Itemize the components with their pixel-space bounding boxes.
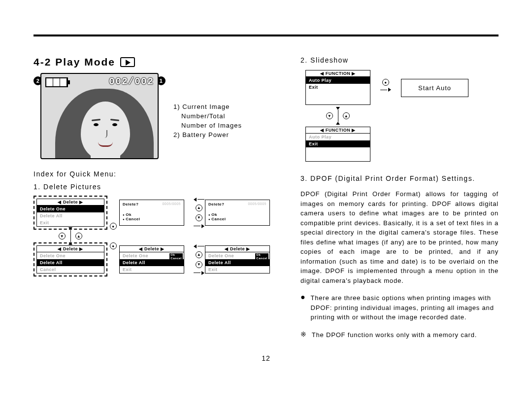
battery-icon xyxy=(45,77,68,87)
lcd-screenshot: 002/002 xyxy=(40,73,159,159)
confirm-q: Delete? xyxy=(208,202,224,206)
menu-title: ◀ Delete ▶ xyxy=(37,199,104,206)
confirm-cancel: Cancel xyxy=(208,217,266,221)
menu-delete-one-selected: ◀ Delete ▶ Delete One Delete All Exit xyxy=(33,196,107,230)
page-number: 12 xyxy=(33,354,499,362)
menu-item: Exit xyxy=(37,219,104,226)
two-column-layout: 4-2 Play Mode 2 1 002/002 xyxy=(33,56,499,340)
menu-title: ◀ Delete ▶ xyxy=(120,246,184,252)
menu-item: Delete One xyxy=(37,252,104,259)
ok-button-icon: ● xyxy=(110,223,117,230)
section-2-title: 2. Slideshow xyxy=(300,56,499,64)
confirm-count: 0005/0005 xyxy=(162,202,181,206)
up-button-icon: ▲ xyxy=(196,251,202,258)
menu-title: ◀ FUNCTION ▶ xyxy=(306,127,370,134)
top-rule xyxy=(33,34,499,36)
right-button-group: ● xyxy=(107,242,119,249)
up-button-icon: ▲ xyxy=(196,205,202,211)
delete-diagram: ◀ Delete ▶ Delete One Delete All Exit ● … xyxy=(33,196,279,276)
legend-line: Number of Images xyxy=(173,121,242,131)
lcd-and-legend: 2 1 002/002 1) Cur xyxy=(33,73,279,159)
legend-line: 1) Current Image xyxy=(173,103,242,112)
ok-arrow: ● xyxy=(380,79,391,92)
legend-line: 2) Battery Power xyxy=(173,131,242,140)
down-button-icon: ▼ xyxy=(196,261,202,268)
menu-item: Delete One OkCancel xyxy=(205,252,269,259)
menu-delete-all-confirm: ◀ Delete ▶ Delete One OkCancel Delete Al… xyxy=(119,245,184,274)
nav-buttons: ▲ ▼ xyxy=(193,244,205,275)
lcd-legend: 1) Current Image Number/Total Number of … xyxy=(173,73,242,139)
menu-item: Auto Play xyxy=(306,134,370,140)
confirm-q: Delete? xyxy=(123,202,138,206)
overlay-ok-cancel: OkCancel xyxy=(169,253,183,260)
bullet-1: ● There are three basic options when pri… xyxy=(300,293,499,322)
up-button-icon: ▲ xyxy=(75,233,82,240)
manual-page: 4-2 Play Mode 2 1 002/002 xyxy=(0,0,532,377)
down-button-icon: ▼ xyxy=(196,214,202,221)
note-mark-icon: ※ xyxy=(300,330,307,340)
down-button-icon: ▼ xyxy=(59,233,66,240)
left-column: 4-2 Play Mode 2 1 002/002 xyxy=(33,56,279,340)
quick-menu-label: Index for Quick Menu: xyxy=(33,170,279,178)
nav-buttons: ▲ ▼ xyxy=(193,198,205,228)
menu-item: Exit xyxy=(306,140,370,147)
menu-item: Delete All xyxy=(37,259,104,266)
up-button-icon: ▲ xyxy=(343,112,350,119)
start-auto-box: Start Auto xyxy=(401,79,468,97)
legend-line: Number/Total xyxy=(173,112,242,121)
right-column: 2. Slideshow ◀ FUNCTION ▶ Auto Play Exit… xyxy=(300,56,499,340)
confirm-ok: Ok xyxy=(208,212,266,217)
confirm-count: 0005/0005 xyxy=(248,202,266,206)
heading-text: 4-2 Play Mode xyxy=(33,56,115,68)
menu-item: Delete One xyxy=(37,206,104,212)
confirm-delete-one: Delete?0005/0005 Ok Cancel xyxy=(119,200,184,226)
confirm-delete-one-b: Delete?0005/0005 Ok Cancel xyxy=(205,200,270,226)
slideshow-cards: ◀ FUNCTION ▶ Auto Play Exit ▼ ▲ ◀ FUNCTI… xyxy=(305,70,370,162)
menu-item: Exit xyxy=(205,266,269,273)
section-heading: 4-2 Play Mode xyxy=(33,56,279,68)
confirm-ok: Ok xyxy=(123,212,181,217)
ok-button-icon: ● xyxy=(382,79,389,86)
ok-button-icon: ● xyxy=(110,242,117,249)
image-counter: 002/002 xyxy=(109,76,154,87)
play-mode-icon xyxy=(120,57,135,67)
down-button-icon: ▼ xyxy=(326,112,333,119)
section-1-title: 1. Delete Pictures xyxy=(33,183,279,191)
menu-title: ◀ Delete ▶ xyxy=(37,246,104,252)
bullet-text: The DPOF function works only with a memo… xyxy=(312,330,477,340)
menu-title: ◀ FUNCTION ▶ xyxy=(306,70,370,77)
menu-item: Delete One OkCancel xyxy=(120,252,184,259)
menu-item: Exit xyxy=(120,266,184,273)
bullet-dot-icon: ● xyxy=(300,293,305,322)
section-3-title: 3. DPOF (Digital Print Order Format) Set… xyxy=(300,174,499,182)
overlay-ok-cancel: OkCancel xyxy=(255,253,268,260)
confirm-cancel: Cancel xyxy=(123,217,181,221)
menu-item: Auto Play xyxy=(306,77,370,84)
menu-item: Cancel xyxy=(37,266,104,273)
menu-item: Exit xyxy=(306,84,370,91)
right-button-group: ● xyxy=(107,223,119,230)
menu-delete-all-selected: ◀ Delete ▶ Delete One Delete All Cancel xyxy=(33,242,107,276)
slideshow-diagram: ◀ FUNCTION ▶ Auto Play Exit ▼ ▲ ◀ FUNCTI… xyxy=(305,70,499,162)
func-autoplay-selected: ◀ FUNCTION ▶ Auto Play Exit xyxy=(305,70,370,105)
menu-title: ◀ Delete ▶ xyxy=(205,246,269,252)
lcd-wrap: 2 1 002/002 xyxy=(40,73,159,159)
menu-delete-all-confirm-b: ◀ Delete ▶ Delete One OkCancel Delete Al… xyxy=(205,245,270,274)
bullet-text: There are three basic options when print… xyxy=(310,293,499,322)
dpof-paragraph: DPOF (Digital Print Order Format) allows… xyxy=(300,189,499,285)
menu-item: Delete All xyxy=(37,212,104,219)
func-exit-selected: ◀ FUNCTION ▶ Auto Play Exit xyxy=(305,127,370,162)
bullet-2: ※ The DPOF function works only with a me… xyxy=(300,330,499,340)
